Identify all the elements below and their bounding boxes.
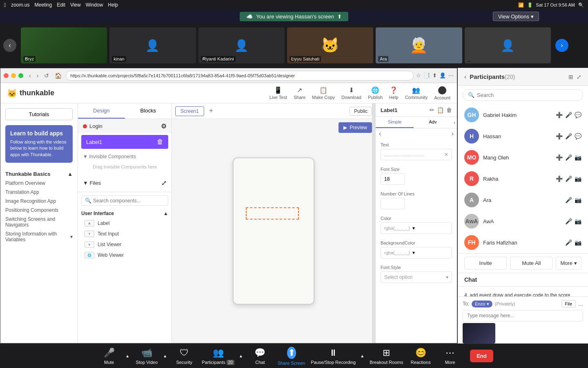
preview-button[interactable]: ▶ Preview bbox=[339, 122, 372, 133]
mic-rakha-icon[interactable]: 🎤 bbox=[565, 175, 572, 182]
video-rakha-icon[interactable]: 📷 bbox=[575, 175, 581, 182]
add-gabriel-icon[interactable]: ➕ bbox=[556, 112, 563, 118]
sidebar-item-positioning[interactable]: Positioning Components bbox=[5, 206, 73, 215]
props-copy-icon[interactable]: 📋 bbox=[437, 107, 444, 113]
sidebar-item-translation[interactable]: Translation App bbox=[5, 188, 73, 197]
file-button[interactable]: File bbox=[561, 300, 576, 307]
back-button[interactable]: ‹ bbox=[27, 72, 33, 80]
ui-section-header[interactable]: User Interface ▲ bbox=[81, 209, 168, 218]
more-button[interactable]: ⋯ More bbox=[436, 345, 464, 367]
add-screen-button[interactable]: + bbox=[206, 105, 217, 117]
tutorials-button[interactable]: Tutorials bbox=[5, 108, 73, 120]
add-mangoleh-icon[interactable]: ➕ bbox=[556, 154, 563, 161]
minimize-button[interactable] bbox=[11, 73, 16, 78]
expand-icon[interactable]: ⤢ bbox=[577, 74, 581, 80]
video-mangoleh-icon[interactable]: 📷 bbox=[575, 154, 581, 161]
prop-fontsize-input[interactable] bbox=[381, 173, 405, 185]
toolbar-help[interactable]: ❓ Help bbox=[389, 86, 399, 100]
app-name[interactable]: zoom.us bbox=[11, 2, 29, 8]
chat-text-input[interactable] bbox=[463, 310, 583, 321]
label1-canvas-element[interactable] bbox=[246, 207, 299, 220]
ui-component-label[interactable]: A Label bbox=[81, 218, 168, 229]
back-arrow-icon[interactable]: ‹ bbox=[464, 73, 466, 81]
video-awa-icon[interactable]: 📷 bbox=[575, 218, 581, 224]
tab-blocks[interactable]: Blocks bbox=[125, 103, 172, 119]
menu-meeting[interactable]: Meeting bbox=[34, 2, 52, 8]
label1-delete-icon[interactable]: 🗑 bbox=[157, 138, 163, 146]
view-options-button[interactable]: View Options ▾ bbox=[493, 12, 539, 21]
more-options-icon[interactable]: ⋯ bbox=[448, 72, 454, 79]
forward-button[interactable]: › bbox=[35, 72, 40, 80]
mute-all-button[interactable]: Mute All bbox=[510, 257, 552, 269]
mic-faris-icon[interactable]: 🎤 bbox=[565, 239, 572, 246]
tab-design[interactable]: Design bbox=[78, 103, 125, 119]
sidebar-item-switching[interactable]: Switching Screens and Navigators bbox=[5, 215, 73, 229]
prop-color-input[interactable]: rgba(_,_,_,_) ▾ bbox=[381, 222, 452, 234]
toolbar-community[interactable]: 👥 Community bbox=[405, 86, 428, 100]
recording-button[interactable]: ⏸ Pause/Stop Recording bbox=[308, 345, 358, 367]
toolbar-publish[interactable]: 🌐 Publish bbox=[368, 86, 383, 100]
video-gabriel-icon[interactable]: 💬 bbox=[575, 112, 581, 118]
canvas-scrollbar[interactable] bbox=[372, 103, 375, 343]
mic-mangoleh-icon[interactable]: 🎤 bbox=[565, 154, 572, 161]
video-faris-icon[interactable]: 📷 bbox=[575, 239, 581, 246]
bookmark-icon[interactable]: 📑 bbox=[423, 72, 430, 79]
participants-prev-arrow[interactable]: ‹ bbox=[3, 39, 16, 52]
recording-dropdown[interactable]: ▲ bbox=[358, 345, 366, 367]
props-prev-arrow[interactable]: ‹ bbox=[379, 130, 381, 137]
public-badge[interactable]: Public bbox=[350, 107, 372, 116]
chat-more-button[interactable]: ... bbox=[578, 301, 583, 307]
add-hassan-icon[interactable]: ➕ bbox=[556, 133, 563, 139]
toolbar-make-copy[interactable]: 📋 Make Copy bbox=[312, 86, 335, 100]
mic-awa-icon[interactable]: 🎤 bbox=[565, 218, 572, 224]
props-adv-tab[interactable]: Adv bbox=[414, 117, 452, 128]
login-settings-icon[interactable]: ⚙ bbox=[161, 122, 167, 130]
mute-button[interactable]: 🎤 Mute bbox=[95, 345, 123, 367]
menu-window[interactable]: Window bbox=[86, 2, 103, 8]
prop-text-clear-icon[interactable]: ✕ bbox=[444, 152, 448, 157]
prop-fontstyle-select[interactable]: Select option ▾ bbox=[381, 272, 452, 283]
url-bar[interactable]: https://x.thunkable.com/projects/5f8a5c7… bbox=[66, 71, 414, 81]
breakout-rooms-button[interactable]: ⊞ Breakout Rooms bbox=[367, 345, 405, 367]
menu-edit[interactable]: Edit bbox=[57, 2, 65, 8]
screen1-tab[interactable]: Screen1 bbox=[175, 106, 204, 116]
sidebar-item-storing[interactable]: Storing Information with Variables ▾ bbox=[5, 229, 73, 244]
ui-component-text-input[interactable]: T Text Input bbox=[81, 229, 168, 239]
participants-dropdown[interactable]: ▲ bbox=[237, 345, 245, 367]
prop-bgcolor-input[interactable]: rgba(_,_,_,_) ▾ bbox=[381, 247, 452, 258]
share-icon[interactable]: ⬆ bbox=[432, 72, 437, 79]
video-dropdown[interactable]: ▲ bbox=[161, 345, 169, 367]
security-button[interactable]: 🛡 Security bbox=[170, 345, 198, 367]
video-ara-icon[interactable]: 📷 bbox=[575, 197, 581, 203]
mic-gabriel-icon[interactable]: 🎤 bbox=[565, 112, 572, 118]
toolbar-download[interactable]: ⬇ Download bbox=[341, 86, 361, 100]
more-participants-button[interactable]: More ▾ bbox=[556, 257, 581, 269]
ui-component-list-viewer[interactable]: ≡ List Viewer bbox=[81, 239, 168, 250]
user-icon[interactable]: 👤 bbox=[439, 72, 446, 79]
ui-component-web-viewer[interactable]: 🌐 Web Viewer bbox=[81, 250, 168, 260]
component-search-input[interactable] bbox=[93, 198, 165, 204]
participants-button[interactable]: 👥 Participants 20 bbox=[199, 345, 237, 367]
invisible-title[interactable]: ▼ Invisible Components bbox=[83, 154, 167, 159]
share-screen-button[interactable]: ⬆ Share Screen bbox=[275, 345, 307, 367]
props-next-arrow[interactable]: › bbox=[452, 130, 454, 137]
thunkable-basics-header[interactable]: Thunkable Basics ▲ bbox=[5, 171, 73, 177]
prop-text-input[interactable]: ................................ ✕ bbox=[381, 149, 452, 160]
close-button[interactable] bbox=[4, 73, 9, 78]
toolbar-account[interactable]: Account bbox=[434, 86, 450, 100]
files-title[interactable]: ▼ Files bbox=[83, 180, 101, 186]
props-next-icon[interactable]: › bbox=[452, 117, 457, 128]
chat-recipient[interactable]: Enzo ▾ bbox=[472, 301, 492, 307]
label1-item[interactable]: Label1 🗑 bbox=[81, 135, 168, 149]
reactions-button[interactable]: 😊 Reactions bbox=[406, 345, 435, 367]
add-rakha-icon[interactable]: ➕ bbox=[556, 175, 563, 182]
props-edit-icon[interactable]: ✏ bbox=[430, 107, 434, 113]
grid-view-icon[interactable]: ⊞ bbox=[568, 74, 573, 80]
sidebar-item-image[interactable]: Image Recognition App bbox=[5, 197, 73, 206]
invite-button[interactable]: Invite bbox=[464, 257, 507, 269]
toolbar-share[interactable]: ↗ Share bbox=[294, 86, 305, 100]
home-button[interactable]: 🏠 bbox=[53, 72, 63, 80]
stop-video-button[interactable]: 📹 Stop Video bbox=[132, 345, 161, 367]
maximize-button[interactable] bbox=[18, 73, 23, 78]
mic-hassan-icon[interactable]: 🎤 bbox=[565, 133, 572, 139]
